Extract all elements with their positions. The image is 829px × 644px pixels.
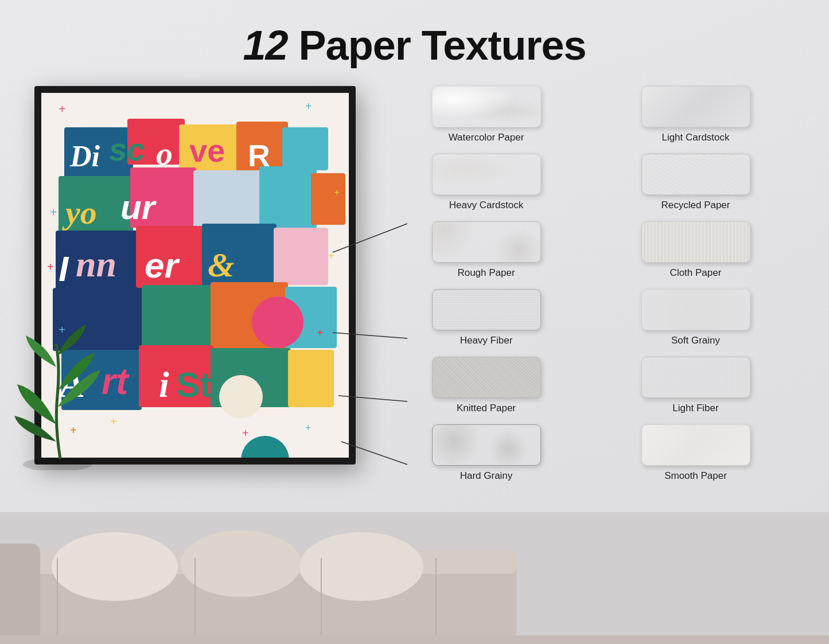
- svg-text:&: &: [208, 246, 235, 284]
- svg-text:+: +: [317, 326, 323, 339]
- texture-label-light-cardstock: Light Cardstock: [661, 132, 729, 143]
- svg-point-59: [299, 532, 423, 601]
- texture-item-soft-grainy: Soft Grainy: [600, 289, 792, 346]
- texture-item-rough-paper: Rough Paper: [390, 221, 582, 279]
- texture-label-heavy-fiber: Heavy Fiber: [460, 335, 513, 346]
- svg-text:nn: nn: [76, 244, 116, 284]
- texture-swatch-soft-grainy: [641, 289, 750, 330]
- svg-text:R: R: [248, 138, 270, 173]
- texture-swatch-light-cardstock: [641, 86, 750, 127]
- texture-label-knitted-paper: Knitted Paper: [457, 403, 516, 414]
- texture-swatch-watercolor: [432, 86, 541, 127]
- svg-text:+: +: [334, 187, 340, 198]
- texture-item-knitted-paper: Knitted Paper: [390, 357, 582, 414]
- texture-item-heavy-fiber: Heavy Fiber: [390, 289, 582, 346]
- svg-point-57: [52, 532, 178, 601]
- svg-text:o: o: [156, 135, 173, 172]
- svg-text:i: i: [159, 364, 169, 405]
- title-text: Paper Textures: [288, 22, 586, 68]
- texture-swatch-light-fiber: [641, 357, 750, 398]
- svg-rect-10: [311, 173, 345, 225]
- svg-rect-8: [193, 170, 262, 228]
- texture-item-hard-grainy: Hard Grainy: [390, 424, 582, 482]
- svg-text:+: +: [305, 422, 311, 434]
- svg-text:Di: Di: [69, 140, 100, 173]
- texture-item-smooth-paper: Smooth Paper: [600, 424, 792, 482]
- texture-label-heavy-cardstock: Heavy Cardstock: [449, 200, 523, 211]
- texture-swatch-rough-paper: [432, 221, 541, 263]
- svg-point-50: [252, 296, 303, 348]
- texture-swatch-heavy-cardstock: [432, 154, 541, 195]
- svg-point-51: [219, 375, 263, 419]
- texture-swatch-hard-grainy: [432, 424, 541, 466]
- texture-swatch-smooth-paper: [641, 424, 750, 466]
- texture-swatch-cloth-paper: [641, 221, 750, 263]
- svg-text:+: +: [328, 250, 334, 261]
- artwork-area: + + + + + + + + + + + + Di sc: [23, 86, 379, 465]
- svg-text:yo: yo: [62, 194, 97, 231]
- svg-text:ur: ur: [120, 188, 157, 227]
- texture-label-rough-paper: Rough Paper: [457, 267, 515, 279]
- texture-swatch-recycled-paper: [641, 154, 750, 195]
- texture-label-smooth-paper: Smooth Paper: [664, 470, 727, 482]
- svg-text:+: +: [305, 100, 312, 112]
- texture-label-cloth-paper: Cloth Paper: [670, 267, 722, 279]
- texture-label-soft-grainy: Soft Grainy: [671, 335, 720, 346]
- bottom-scene-svg: [0, 512, 829, 644]
- svg-text:+: +: [242, 427, 248, 439]
- texture-item-light-fiber: Light Fiber: [600, 357, 792, 414]
- svg-text:+: +: [47, 260, 53, 273]
- main-layout: + + + + + + + + + + + + Di sc: [0, 80, 829, 482]
- svg-text:sc: sc: [109, 131, 145, 167]
- page-header: 12 Paper Textures: [0, 0, 829, 80]
- svg-rect-14: [274, 228, 328, 285]
- svg-rect-65: [0, 635, 829, 644]
- svg-text:St: St: [176, 365, 212, 404]
- texture-label-hard-grainy: Hard Grainy: [460, 470, 513, 482]
- texture-label-recycled-paper: Recycled Paper: [661, 200, 730, 211]
- texture-item-heavy-cardstock: Heavy Cardstock: [390, 154, 582, 211]
- bottom-scene: [0, 512, 829, 644]
- page-title: 12 Paper Textures: [0, 22, 829, 69]
- texture-item-light-cardstock: Light Cardstock: [600, 86, 792, 143]
- svg-rect-5: [282, 127, 328, 170]
- svg-rect-60: [0, 544, 40, 644]
- svg-text:er: er: [145, 245, 180, 285]
- svg-rect-16: [142, 285, 213, 351]
- svg-point-58: [181, 530, 301, 597]
- svg-text:I: I: [59, 249, 69, 288]
- svg-point-53: [23, 458, 92, 470]
- svg-rect-9: [259, 166, 317, 229]
- texture-item-recycled-paper: Recycled Paper: [600, 154, 792, 211]
- texture-item-watercolor: Watercolor Paper: [390, 86, 582, 143]
- svg-text:ve: ve: [189, 132, 225, 169]
- plant-decoration: [6, 310, 109, 470]
- title-number: 12: [243, 22, 288, 68]
- texture-grid: Watercolor PaperLight CardstockHeavy Car…: [390, 86, 792, 482]
- texture-label-light-fiber: Light Fiber: [672, 403, 718, 414]
- svg-text:+: +: [59, 102, 66, 116]
- svg-rect-22: [288, 350, 334, 407]
- svg-text:+: +: [50, 205, 57, 219]
- texture-swatch-heavy-fiber: [432, 289, 541, 330]
- svg-text:+: +: [110, 414, 118, 428]
- texture-label-watercolor: Watercolor Paper: [449, 132, 524, 143]
- texture-item-cloth-paper: Cloth Paper: [600, 221, 792, 279]
- texture-swatch-knitted-paper: [432, 357, 541, 398]
- page-background: 12 Paper Textures: [0, 0, 829, 644]
- texture-grid-area: Watercolor PaperLight CardstockHeavy Car…: [379, 80, 806, 482]
